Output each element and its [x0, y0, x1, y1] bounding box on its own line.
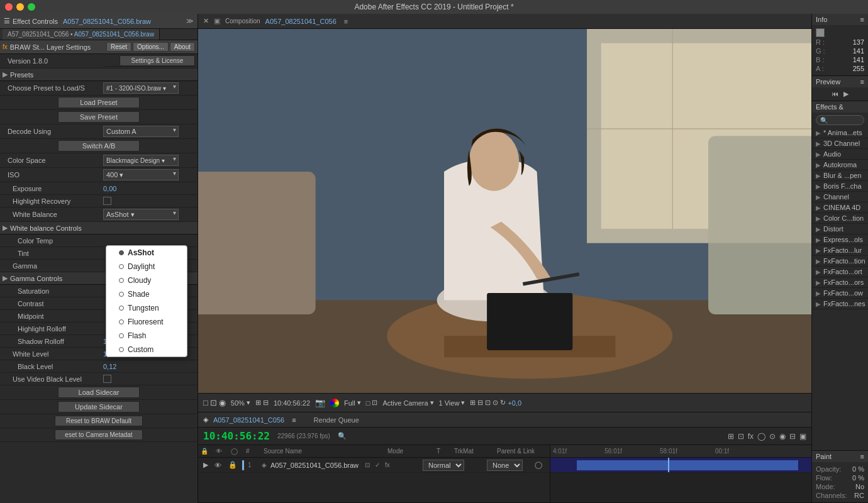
close-comp-icon[interactable]: ✕	[203, 17, 209, 25]
view-icon-1[interactable]: □	[366, 399, 370, 407]
iso-select[interactable]: 400 ▾	[103, 169, 179, 180]
layer-expand[interactable]: ▶	[203, 461, 211, 469]
timeline-icon-8[interactable]: ▣	[799, 432, 806, 441]
reset-braw-button[interactable]: Reset to BRAW Default	[55, 416, 143, 426]
exposure-value[interactable]: 0,00	[103, 185, 195, 192]
effect-item-4[interactable]: ▶ Blur & ...pen	[812, 170, 868, 181]
comp-menu-icon[interactable]: ≡	[344, 18, 348, 25]
timeline-icon-5[interactable]: ⊙	[769, 432, 776, 441]
update-sidecar-button[interactable]: Update Sidecar	[58, 401, 140, 412]
timeline-icon-4[interactable]: ◯	[757, 432, 765, 441]
settings-license-button[interactable]: Settings & License	[120, 55, 195, 66]
effects-search-input[interactable]	[830, 116, 862, 124]
dropdown-item-cloudy[interactable]: Cloudy	[106, 274, 187, 287]
options-button[interactable]: Options...	[133, 42, 169, 52]
camera-icon-toolbar[interactable]: 📷	[315, 398, 325, 407]
dropdown-item-custom[interactable]: Custom	[106, 343, 187, 357]
timeline-layer-track[interactable]	[550, 458, 811, 473]
black-level-value[interactable]: 0,12	[103, 363, 195, 370]
comp-tab-name[interactable]: A057_08251041_C056	[265, 18, 337, 25]
layer-mode-select-wrapper[interactable]: Normal	[423, 460, 467, 471]
mask-icon[interactable]: ⊟	[263, 399, 269, 407]
effect-item-3[interactable]: ▶ Autokroma	[812, 160, 868, 170]
effect-item-12[interactable]: ▶ FxFacto...tion	[812, 256, 868, 267]
layer-trkmat-select[interactable]: None	[487, 460, 523, 471]
extra-icon-4[interactable]: ⊙	[492, 399, 498, 407]
highlight-recovery-checkbox[interactable]	[103, 197, 111, 205]
preview-section-header[interactable]: Preview ≡	[812, 76, 868, 87]
layer-solo-icon[interactable]: ◯	[535, 461, 545, 469]
paint-section-header[interactable]: Paint ≡	[812, 451, 868, 462]
maximize-button[interactable]	[28, 3, 35, 11]
effects-section-header[interactable]: Effects &	[812, 101, 868, 113]
minimize-button[interactable]	[16, 3, 24, 11]
timeline-icon-1[interactable]: ⊞	[728, 432, 734, 441]
window-controls[interactable]	[5, 3, 35, 11]
play-icon[interactable]: ▶	[843, 90, 849, 98]
dropdown-item-asshot[interactable]: AsShot	[106, 246, 187, 260]
effect-item-11[interactable]: ▶ FxFacto...lur	[812, 245, 868, 256]
tab-a57[interactable]: A57_08251041_C056 • A057_08251041_C056.b…	[3, 29, 160, 40]
iso-select-wrapper[interactable]: 400 ▾	[103, 169, 179, 180]
timeline-menu-icon[interactable]: ≡	[292, 416, 296, 424]
grid-icon[interactable]: ⊞	[255, 399, 261, 407]
switch-ab-button[interactable]: Switch A/B	[58, 140, 140, 152]
save-preset-button[interactable]: Save Preset	[58, 111, 140, 123]
effect-item-0[interactable]: ▶ * Anima...ets	[812, 128, 868, 138]
dropdown-item-flash[interactable]: Flash	[106, 329, 187, 343]
paint-menu-icon[interactable]: ≡	[860, 453, 864, 460]
effect-item-9[interactable]: ▶ Distort	[812, 224, 868, 235]
layer-check-icon[interactable]: ✓	[375, 462, 380, 468]
timeline-icon-6[interactable]: ◉	[779, 432, 786, 441]
layer-mode-select[interactable]: Normal	[423, 460, 464, 471]
playhead[interactable]	[668, 458, 669, 472]
effect-item-7[interactable]: ▶ CINEMA 4D	[812, 202, 868, 213]
viewport-icon-2[interactable]: ⊡	[210, 398, 217, 407]
effect-item-5[interactable]: ▶ Boris F...cha	[812, 181, 868, 192]
dropdown-item-shade[interactable]: Shade	[106, 287, 187, 301]
view-icon-2[interactable]: ⊡	[372, 399, 377, 407]
layer-visibility-icon[interactable]: 👁	[214, 462, 225, 469]
effect-item-15[interactable]: ▶ FxFacto...ow	[812, 288, 868, 299]
active-camera-control[interactable]: Active Camera ▾	[382, 399, 433, 407]
timeline-icon-2[interactable]: ⊡	[738, 432, 744, 441]
extra-icon-5[interactable]: ↻	[500, 399, 506, 407]
preset-select-wrapper[interactable]: #1 - 3200-ISO.braw ▾	[103, 82, 179, 94]
extra-icon-1[interactable]: ⊞	[470, 399, 476, 407]
layer-trkmat-wrapper[interactable]: None	[487, 460, 531, 471]
load-sidecar-button[interactable]: Load Sidecar	[58, 387, 140, 398]
preview-menu-icon[interactable]: ≡	[860, 78, 864, 86]
about-button[interactable]: About	[170, 42, 195, 52]
white-balance-controls-section[interactable]: ▶ White balance Controls	[0, 222, 198, 235]
panel-expand-icon[interactable]: ≫	[186, 17, 194, 25]
effect-item-10[interactable]: ▶ Express...ols	[812, 235, 868, 245]
effects-search-box[interactable]: 🔍	[816, 115, 864, 125]
color-circle[interactable]	[330, 399, 339, 407]
viewport-icon-1[interactable]: □	[203, 398, 208, 407]
timeline-time-display[interactable]: 10:40:56:22	[203, 430, 270, 442]
extra-icon-3[interactable]: ⊡	[485, 399, 491, 407]
layer-lock-icon[interactable]: 🔒	[228, 461, 238, 469]
info-section-header[interactable]: Info ≡	[812, 14, 868, 25]
effect-item-16[interactable]: ▶ FxFacto...nes	[812, 299, 868, 309]
dropdown-item-daylight[interactable]: Daylight	[106, 260, 187, 274]
effect-item-14[interactable]: ▶ FxFacto...ors	[812, 277, 868, 288]
white-balance-select-wrapper[interactable]: AsShot ▾	[103, 209, 179, 220]
search-icon-timeline[interactable]: 🔍	[338, 432, 347, 440]
layer-name[interactable]: A057_08251041_C056.braw	[270, 462, 359, 469]
zoom-control[interactable]: 50% ▾	[231, 399, 250, 407]
white-balance-select[interactable]: AsShot ▾	[103, 209, 179, 220]
viewport-icon-3[interactable]: ◉	[219, 398, 226, 407]
color-space-select[interactable]: Blackmagic Design ▾	[103, 155, 179, 166]
effect-item-2[interactable]: ▶ Audio	[812, 149, 868, 160]
effect-item-8[interactable]: ▶ Color C...tion	[812, 213, 868, 224]
preset-select[interactable]: #1 - 3200-ISO.braw ▾	[103, 82, 179, 94]
prev-frame-icon[interactable]: ⏮	[832, 90, 838, 98]
timeline-icon-7[interactable]: ⊟	[789, 432, 796, 441]
reset-camera-button[interactable]: eset to Camera Metadat	[55, 429, 143, 440]
use-video-black-level-checkbox[interactable]	[103, 375, 111, 383]
effect-item-1[interactable]: ▶ 3D Channel	[812, 138, 868, 149]
timeline-icon-3[interactable]: fx	[748, 432, 754, 441]
decode-select[interactable]: Custom A	[103, 126, 179, 137]
reset-button[interactable]: Reset	[106, 42, 131, 52]
